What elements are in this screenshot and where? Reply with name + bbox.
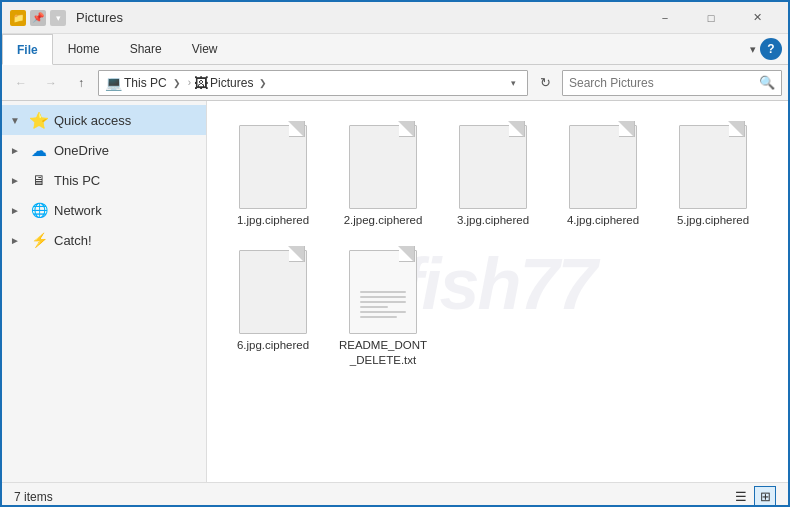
chevron-icon: ► (10, 205, 24, 216)
file-item[interactable]: 5.jpg.ciphered (663, 117, 763, 232)
breadcrumb-dropdown-pc[interactable]: ❯ (169, 72, 185, 94)
tab-share[interactable]: Share (115, 34, 177, 64)
file-body (569, 125, 637, 209)
file-line (360, 306, 388, 308)
search-input[interactable] (569, 76, 759, 90)
breadcrumb-separator: › (188, 77, 191, 88)
file-icon (347, 121, 419, 209)
file-line (360, 311, 406, 313)
file-icon (567, 121, 639, 209)
item-count: 7 items (14, 490, 53, 504)
catch-icon: ⚡ (30, 231, 48, 249)
grid-view-button[interactable]: ⊞ (754, 486, 776, 508)
list-view-button[interactable]: ☰ (730, 486, 752, 508)
file-icon (237, 246, 309, 334)
file-icon (677, 121, 749, 209)
sidebar-item-label: Quick access (54, 113, 131, 128)
file-line (360, 296, 406, 298)
tab-file[interactable]: File (2, 34, 53, 65)
tab-view[interactable]: View (177, 34, 233, 64)
thispc-icon: 🖥 (30, 171, 48, 189)
breadcrumb-dropdown-pictures[interactable]: ❯ (255, 72, 271, 94)
up-button[interactable]: ↑ (68, 70, 94, 96)
file-item[interactable]: 1.jpg.ciphered (223, 117, 323, 232)
search-bar[interactable]: 🔍 (562, 70, 782, 96)
folder-icon: 📁 (10, 10, 26, 26)
sidebar-item-onedrive[interactable]: ► ☁ OneDrive (2, 135, 206, 165)
file-fold (289, 121, 305, 137)
ribbon-tabs: File Home Share View ▾ ? (2, 34, 788, 64)
file-name: 3.jpg.ciphered (457, 213, 529, 228)
file-line (360, 301, 406, 303)
file-body (349, 250, 417, 334)
file-item[interactable]: 2.jpeg.ciphered (333, 117, 433, 232)
file-line (360, 316, 397, 318)
down-arrow-icon: ▾ (50, 10, 66, 26)
pin-icon: 📌 (30, 10, 46, 26)
close-button[interactable]: ✕ (734, 2, 780, 34)
window-controls: − □ ✕ (642, 2, 780, 34)
file-icon (457, 121, 529, 209)
quick-access-icon: ⭐ (30, 111, 48, 129)
sidebar-item-network[interactable]: ► 🌐 Network (2, 195, 206, 225)
ribbon: File Home Share View ▾ ? (2, 34, 788, 65)
maximize-button[interactable]: □ (688, 2, 734, 34)
file-name: 1.jpg.ciphered (237, 213, 309, 228)
file-body (679, 125, 747, 209)
file-icon (347, 246, 419, 334)
breadcrumb-item-pictures: 🖼 Pictures ❯ (194, 72, 271, 94)
file-name: 2.jpeg.ciphered (344, 213, 423, 228)
file-name: 5.jpg.ciphered (677, 213, 749, 228)
status-bar: 7 items ☰ ⊞ (2, 482, 788, 507)
network-icon: 🌐 (30, 201, 48, 219)
sidebar: ▼ ⭐ Quick access ► ☁ OneDrive ► 🖥 This P… (2, 101, 207, 482)
sidebar-item-catch[interactable]: ► ⚡ Catch! (2, 225, 206, 255)
file-fold (619, 121, 635, 137)
sidebar-item-quick-access[interactable]: ▼ ⭐ Quick access (2, 105, 206, 135)
forward-button[interactable]: → (38, 70, 64, 96)
sidebar-item-label: This PC (54, 173, 100, 188)
file-body (349, 125, 417, 209)
sidebar-item-label: Catch! (54, 233, 92, 248)
title-bar-icons: 📁 📌 ▾ (10, 10, 66, 26)
view-toggle: ☰ ⊞ (730, 486, 776, 508)
file-name: 4.jpg.ciphered (567, 213, 639, 228)
main-content: ▼ ⭐ Quick access ► ☁ OneDrive ► 🖥 This P… (2, 101, 788, 482)
sidebar-item-label: Network (54, 203, 102, 218)
file-area: fish77 1.jpg.ciphered 2.jpeg.ciphered 3.… (207, 101, 788, 482)
file-fold (399, 246, 415, 262)
file-fold (399, 121, 415, 137)
chevron-icon: ▼ (10, 115, 24, 126)
file-name: README_DONT_DELETE.txt (337, 338, 429, 368)
back-button[interactable]: ← (8, 70, 34, 96)
file-name: 6.jpg.ciphered (237, 338, 309, 353)
sidebar-item-this-pc[interactable]: ► 🖥 This PC (2, 165, 206, 195)
address-bar: ← → ↑ 💻 This PC ❯ › 🖼 Pictures ❯ ▾ ↻ 🔍 (2, 65, 788, 101)
sidebar-item-label: OneDrive (54, 143, 109, 158)
file-body (239, 250, 307, 334)
file-body (239, 125, 307, 209)
file-fold (509, 121, 525, 137)
file-fold (729, 121, 745, 137)
tab-home[interactable]: Home (53, 34, 115, 64)
onedrive-icon: ☁ (30, 141, 48, 159)
file-item[interactable]: 3.jpg.ciphered (443, 117, 543, 232)
file-lines (360, 291, 406, 321)
file-item[interactable]: 6.jpg.ciphered (223, 242, 323, 372)
chevron-icon: ► (10, 235, 24, 246)
file-icon (237, 121, 309, 209)
help-button[interactable]: ? (760, 38, 782, 60)
expand-ribbon-button[interactable]: ▾ (750, 43, 756, 56)
file-fold (289, 246, 305, 262)
file-body (459, 125, 527, 209)
minimize-button[interactable]: − (642, 2, 688, 34)
chevron-icon: ► (10, 175, 24, 186)
search-icon: 🔍 (759, 75, 775, 90)
file-item[interactable]: 4.jpg.ciphered (553, 117, 653, 232)
chevron-icon: ► (10, 145, 24, 156)
file-item-readme[interactable]: README_DONT_DELETE.txt (333, 242, 433, 372)
title-bar: 📁 📌 ▾ Pictures − □ ✕ (2, 2, 788, 34)
breadcrumb-bar: 💻 This PC ❯ › 🖼 Pictures ❯ ▾ (98, 70, 528, 96)
breadcrumb-expand[interactable]: ▾ (505, 72, 521, 94)
refresh-button[interactable]: ↻ (532, 70, 558, 96)
